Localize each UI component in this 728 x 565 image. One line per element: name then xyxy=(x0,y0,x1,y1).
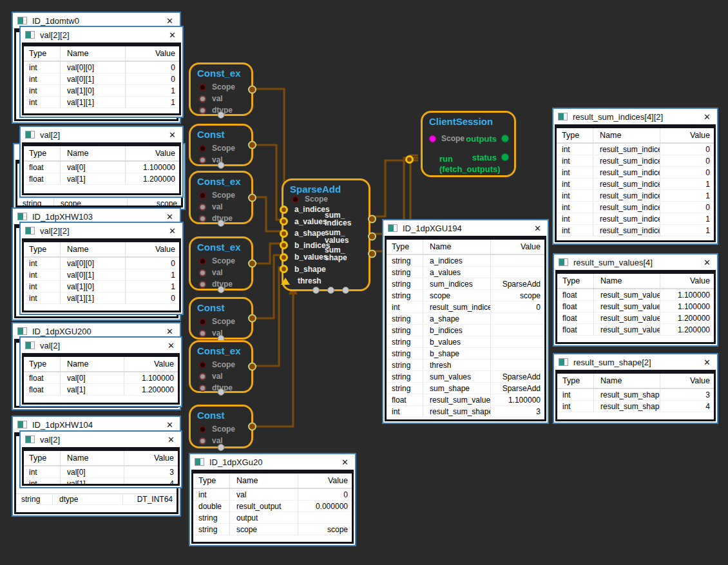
input-port-dot[interactable] xyxy=(280,253,288,262)
close-icon[interactable]: ✕ xyxy=(164,212,175,222)
node-handle[interactable] xyxy=(327,287,334,294)
close-icon[interactable]: ✕ xyxy=(340,457,350,467)
table-row[interactable]: stringb_values xyxy=(387,336,544,348)
window-id-1dpxgu20[interactable]: ID_1dpXGu20 ✕ TypeNameValue intval0 doub… xyxy=(189,453,356,546)
table-row[interactable]: intval[1][0]1 xyxy=(24,281,179,292)
input-port-dot[interactable] xyxy=(280,241,288,249)
table-row[interactable]: intval[1]4 xyxy=(24,478,178,486)
table-row[interactable]: stringa_shape xyxy=(387,313,544,325)
table-header[interactable]: TypeNameValue xyxy=(24,242,179,258)
window-val2-c[interactable]: val[2] ✕ TypeNameValue intval[0]3 intval… xyxy=(19,430,182,488)
close-icon[interactable]: ✕ xyxy=(167,30,178,40)
table-row[interactable]: stringoutput xyxy=(193,512,352,524)
scope-port-dot[interactable] xyxy=(292,196,299,203)
window-id-1dpxgu194[interactable]: ID_1dpXGU194 ✕ TypeNameValue stringa_ind… xyxy=(382,219,549,424)
node-handle[interactable] xyxy=(218,162,225,169)
table-row[interactable]: stringscopescope xyxy=(193,524,352,535)
table-row[interactable]: stringscopescope xyxy=(17,198,181,207)
output-port[interactable] xyxy=(248,363,256,371)
input-port-dot[interactable] xyxy=(280,265,288,273)
output-port[interactable] xyxy=(248,193,256,202)
table-row[interactable]: stringb_indices xyxy=(387,325,544,336)
close-icon[interactable]: ✕ xyxy=(164,420,175,430)
table-row[interactable]: stringsum_shapeSparseAdd xyxy=(387,383,544,394)
table-row[interactable]: intresult_sum_indices[...0 xyxy=(557,167,714,178)
node-const-ex-3[interactable]: Const_ex Scope val dtype xyxy=(189,236,253,291)
close-icon[interactable]: ✕ xyxy=(702,358,713,367)
table-row[interactable]: floatval[1]1.200000 xyxy=(24,173,179,185)
table-row[interactable]: intval0 xyxy=(193,489,352,501)
table-row[interactable]: intval[0][0]0 xyxy=(24,258,179,269)
table-header[interactable]: TypeNameValue xyxy=(24,357,178,372)
port-dot[interactable] xyxy=(199,426,206,433)
port-dot[interactable] xyxy=(199,385,206,392)
port-dot[interactable] xyxy=(199,145,206,152)
table-row[interactable]: stringsum_valuesSparseAdd xyxy=(387,371,544,383)
table-row[interactable]: intresult_sum_shape[0]3 xyxy=(557,389,714,401)
node-handle[interactable] xyxy=(218,388,225,396)
node-const-1[interactable]: Const Scope val xyxy=(189,124,253,166)
table-header[interactable]: TypeNameValue xyxy=(24,451,178,466)
port-dot[interactable] xyxy=(199,157,206,164)
table-row[interactable]: intresult_sum_indices[...1 xyxy=(557,225,714,236)
table-row[interactable]: intresult_sum_indices[...0 xyxy=(557,202,714,213)
table-row[interactable]: intresult_sum_indices[...1 xyxy=(557,213,714,225)
table-row[interactable]: floatresult_sum_values[4]1.100000 xyxy=(387,394,544,406)
table-header[interactable]: TypeNameValue xyxy=(557,274,714,289)
table-header[interactable]: TypeNameValue xyxy=(24,146,179,162)
node-const-ex-1[interactable]: Const_ex Scope val dtype xyxy=(189,62,253,116)
output-port[interactable] xyxy=(248,141,256,149)
close-icon[interactable]: ✕ xyxy=(164,16,175,26)
port-dot[interactable] xyxy=(199,192,206,199)
table-row[interactable]: stringscopescope xyxy=(387,290,544,302)
table-header[interactable]: TypeNameValue xyxy=(557,128,714,144)
window-titlebar[interactable]: val[2] ✕ xyxy=(21,338,181,353)
window-result-sum-values[interactable]: result_sum_values[4] ✕ TypeNameValue flo… xyxy=(553,253,718,347)
table-row[interactable]: intresult_sum_indices[...0 xyxy=(557,144,714,155)
table-row[interactable]: intresult_sum_shape[1]4 xyxy=(557,401,714,412)
close-icon[interactable]: ✕ xyxy=(702,258,713,267)
node-const-3[interactable]: Const Scope val xyxy=(189,405,253,448)
table-row[interactable]: stringdtypeDT_INT64 xyxy=(16,493,177,505)
output-port-dot[interactable] xyxy=(368,250,376,258)
table-row[interactable]: floatval[0]1.100000 xyxy=(24,372,178,384)
node-client-session[interactable]: ClientSession Scope outputs status run (… xyxy=(421,111,516,177)
close-icon[interactable]: ✕ xyxy=(167,130,178,140)
window-val22-a[interactable]: val[2][2] ✕ TypeNameValue intval[0][0]0 … xyxy=(19,26,184,118)
node-handle[interactable] xyxy=(312,287,320,294)
close-icon[interactable]: ✕ xyxy=(166,435,177,445)
input-port-dot[interactable] xyxy=(280,206,288,214)
input-port-dot[interactable] xyxy=(280,229,288,238)
table-row[interactable]: intresult_sum_indices[...1 xyxy=(557,178,714,190)
table-row[interactable]: intresult_sum_indices[...0 xyxy=(387,302,544,313)
table-row[interactable]: intval[1][1]0 xyxy=(24,292,179,304)
table-row[interactable]: intresult_sum_indices[...0 xyxy=(557,155,714,167)
port-dot[interactable] xyxy=(199,281,206,288)
close-icon[interactable]: ✕ xyxy=(166,341,177,350)
window-titlebar[interactable]: val[2][2] ✕ xyxy=(21,223,182,238)
port-dot[interactable] xyxy=(199,107,206,114)
node-const-ex-4[interactable]: Const_ex Scope val dtype xyxy=(189,340,253,393)
port-dot[interactable] xyxy=(199,215,206,222)
table-row[interactable]: stringa_values xyxy=(387,267,544,278)
node-const-2[interactable]: Const Scope val xyxy=(189,297,253,340)
table-row[interactable]: stringsum_indicesSparseAdd xyxy=(387,278,544,290)
output-port[interactable] xyxy=(248,423,256,431)
close-icon[interactable]: ✕ xyxy=(164,327,175,336)
port-dot[interactable] xyxy=(199,373,206,380)
table-row[interactable]: intval[0][0]0 xyxy=(24,62,179,73)
table-header[interactable]: TypeNameValue xyxy=(193,474,352,489)
table-row[interactable]: stringb_shape xyxy=(387,348,544,359)
window-titlebar[interactable]: ID_1dpXGU194 ✕ xyxy=(383,220,548,236)
table-row[interactable]: floatresult_sum_values[1]1.100000 xyxy=(557,301,714,312)
table-row[interactable]: intresult_sum_shape[2]3 xyxy=(387,406,544,417)
window-titlebar[interactable]: ID_1dpXGu20 ✕ xyxy=(190,454,355,470)
table-row[interactable]: floatresult_sum_values[0]1.100000 xyxy=(557,289,714,301)
table-row[interactable]: intresult_sum_indices[...1 xyxy=(557,190,714,202)
status-port-dot[interactable] xyxy=(501,153,509,161)
window-result-sum-shape[interactable]: result_sum_shape[2] ✕ TypeNameValue intr… xyxy=(553,353,718,424)
port-dot[interactable] xyxy=(199,95,206,102)
port-dot[interactable] xyxy=(199,269,206,276)
input-port-dot[interactable] xyxy=(281,278,290,285)
close-icon[interactable]: ✕ xyxy=(702,112,713,122)
